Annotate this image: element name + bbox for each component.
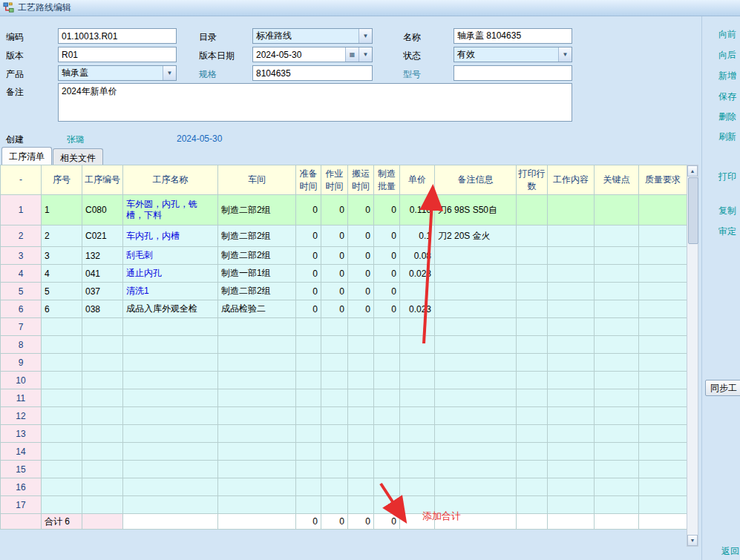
table-cell[interactable] — [400, 389, 435, 407]
action-print[interactable]: 打印 — [718, 171, 736, 183]
table-cell[interactable] — [374, 318, 400, 336]
table-cell[interactable] — [348, 461, 374, 478]
table-cell[interactable] — [82, 496, 123, 514]
table-cell[interactable] — [595, 283, 639, 300]
table-cell[interactable] — [42, 336, 82, 354]
table-cell[interactable] — [82, 389, 123, 407]
scrollbar-thumb[interactable] — [688, 177, 698, 244]
table-cell[interactable] — [82, 372, 123, 389]
table-cell[interactable] — [321, 318, 348, 336]
row-number-cell[interactable]: 7 — [1, 318, 42, 336]
table-cell[interactable] — [435, 389, 517, 407]
row-number-cell[interactable]: 15 — [1, 461, 42, 478]
product-select[interactable]: 轴承盖 ▼ — [58, 65, 177, 81]
row-number-cell[interactable]: 3 — [1, 247, 42, 265]
table-cell[interactable] — [435, 372, 517, 389]
table-cell[interactable] — [296, 318, 321, 336]
table-cell[interactable] — [517, 389, 548, 407]
column-header[interactable]: 单价 — [400, 165, 435, 195]
table-cell[interactable] — [400, 407, 435, 425]
table-cell[interactable]: 0 — [321, 300, 348, 318]
table-cell[interactable] — [123, 496, 218, 514]
chevron-down-icon[interactable]: ▼ — [558, 47, 572, 62]
table-cell[interactable] — [639, 265, 687, 283]
table-cell[interactable] — [348, 354, 374, 372]
table-row[interactable]: 8 — [1, 336, 687, 354]
table-cell[interactable]: 0 — [348, 300, 374, 318]
table-cell[interactable] — [374, 461, 400, 478]
table-cell[interactable] — [639, 225, 687, 247]
table-cell[interactable] — [517, 354, 548, 372]
table-row[interactable]: 11 — [1, 389, 687, 407]
table-cell[interactable] — [639, 247, 687, 265]
table-cell[interactable] — [374, 389, 400, 407]
table-cell[interactable] — [595, 318, 639, 336]
table-row[interactable]: 11C080车外圆，内孔，铣槽，下料制造二部2组00000.116刀6 98S … — [1, 195, 687, 225]
table-cell[interactable]: 132 — [82, 247, 123, 265]
table-cell[interactable]: 清洗1 — [123, 283, 218, 300]
action-delete[interactable]: 删除 — [718, 111, 736, 123]
table-cell[interactable]: 0 — [321, 225, 348, 247]
table-cell[interactable] — [595, 478, 639, 496]
table-cell[interactable] — [517, 443, 548, 461]
table-cell[interactable] — [517, 478, 548, 496]
table-cell[interactable] — [517, 195, 548, 225]
table-cell[interactable] — [123, 443, 218, 461]
table-cell[interactable] — [639, 318, 687, 336]
scroll-up-icon[interactable]: ▲ — [687, 165, 698, 177]
table-cell[interactable] — [42, 389, 82, 407]
table-cell[interactable] — [595, 443, 639, 461]
table-cell[interactable] — [548, 300, 595, 318]
row-number-cell[interactable]: 8 — [1, 336, 42, 354]
row-number-cell[interactable]: 13 — [1, 425, 42, 443]
table-cell[interactable] — [400, 354, 435, 372]
table-cell[interactable] — [296, 443, 321, 461]
table-cell[interactable] — [400, 478, 435, 496]
table-cell[interactable] — [435, 318, 517, 336]
table-cell[interactable] — [123, 336, 218, 354]
table-cell[interactable] — [435, 478, 517, 496]
table-cell[interactable] — [435, 247, 517, 265]
table-cell[interactable] — [218, 372, 296, 389]
table-cell[interactable] — [374, 372, 400, 389]
table-cell[interactable] — [435, 336, 517, 354]
table-cell[interactable] — [218, 461, 296, 478]
table-cell[interactable] — [218, 354, 296, 372]
table-cell[interactable] — [42, 354, 82, 372]
table-cell[interactable]: 0 — [348, 195, 374, 225]
table-cell[interactable]: 制造一部1组 — [218, 265, 296, 283]
remark-textarea[interactable]: 2024年新单价 — [58, 83, 572, 122]
table-cell[interactable] — [348, 443, 374, 461]
table-cell[interactable]: 2 — [42, 225, 82, 247]
table-cell[interactable]: 4 — [42, 265, 82, 283]
table-cell[interactable] — [639, 461, 687, 478]
table-cell[interactable]: 0 — [348, 247, 374, 265]
table-cell[interactable] — [548, 247, 595, 265]
table-cell[interactable]: 成品检验二 — [218, 300, 296, 318]
table-cell[interactable]: 5 — [42, 283, 82, 300]
table-cell[interactable] — [218, 389, 296, 407]
table-cell[interactable]: 刀2 20S 金火 — [435, 225, 517, 247]
row-number-cell[interactable]: 17 — [1, 496, 42, 514]
table-cell[interactable] — [296, 336, 321, 354]
table-cell[interactable] — [374, 443, 400, 461]
table-cell[interactable] — [374, 478, 400, 496]
table-cell[interactable] — [517, 225, 548, 247]
table-cell[interactable] — [517, 425, 548, 443]
row-number-cell[interactable]: 12 — [1, 407, 42, 425]
table-cell[interactable]: 0 — [296, 225, 321, 247]
table-cell[interactable] — [42, 407, 82, 425]
table-row[interactable]: 66038成品入库外观全检成品检验二00000.023 — [1, 300, 687, 318]
column-header[interactable]: 工作内容 — [548, 165, 595, 195]
table-cell[interactable] — [548, 195, 595, 225]
table-cell[interactable] — [517, 407, 548, 425]
table-cell[interactable] — [517, 496, 548, 514]
table-cell[interactable] — [123, 354, 218, 372]
table-cell[interactable]: 制造二部2组 — [218, 247, 296, 265]
table-row[interactable]: 22C021车内孔，内槽制造二部2组00000.1刀2 20S 金火 — [1, 225, 687, 247]
table-cell[interactable] — [548, 283, 595, 300]
column-header[interactable]: 备注信息 — [435, 165, 517, 195]
table-cell[interactable] — [296, 496, 321, 514]
table-cell[interactable] — [374, 496, 400, 514]
table-cell[interactable] — [548, 336, 595, 354]
